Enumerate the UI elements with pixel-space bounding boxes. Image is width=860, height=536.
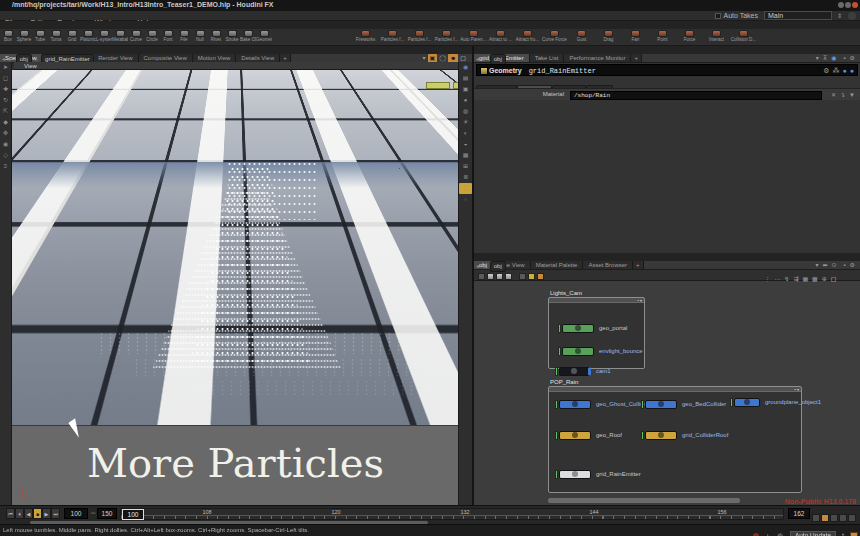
gear-icon[interactable]: ⚙ (823, 65, 829, 76)
tool-tube[interactable]: Tube (32, 29, 48, 45)
tab-asset-browser[interactable]: Asset Browser (583, 261, 633, 269)
tab-take-list[interactable]: Take List (530, 54, 565, 62)
tab-motion-view[interactable]: Motion View (193, 54, 237, 62)
tool-sphere[interactable]: Sphere (16, 29, 32, 45)
range-end-field[interactable]: 150 (97, 508, 117, 519)
history-back-icon[interactable]: ⬅ (820, 261, 829, 270)
display-flag[interactable] (558, 347, 561, 356)
display-points-icon[interactable]: ∴ (459, 183, 472, 194)
node-envlight-bounce[interactable]: envlight_bounce (558, 346, 643, 356)
pose-tool-icon[interactable]: ◆ (0, 117, 11, 128)
play-button[interactable]: ▶ (42, 508, 51, 519)
node-body[interactable] (562, 324, 594, 333)
footprint-icon[interactable]: ⁂ (833, 65, 840, 76)
realtime-toggle-icon[interactable] (821, 514, 829, 522)
tool-particles-from-volume[interactable]: Particles f... (406, 29, 433, 45)
node-geo-bedcollider[interactable]: geo_BedCollider (641, 399, 726, 409)
pane-menu-icon[interactable]: ⚙ (848, 54, 857, 61)
net-new-tab-icon[interactable] (487, 273, 494, 280)
tool-box[interactable]: Box (0, 29, 16, 45)
select-tool-icon[interactable]: ◻ (0, 73, 11, 84)
scale-tool-icon[interactable]: ⇱ (0, 106, 11, 117)
tool-attract-to[interactable]: Attract to ... (487, 29, 514, 45)
find-node-icon[interactable]: ⊙ (829, 261, 838, 270)
close-button[interactable] (852, 2, 858, 8)
display-particles-icon[interactable]: ⁘ (459, 194, 472, 205)
net-split-icon[interactable] (496, 273, 503, 280)
op-jump-icon[interactable]: ↴ (838, 90, 847, 101)
netbox-collapse-icon[interactable]: ▪ ▾ (794, 387, 799, 392)
display-flag[interactable] (641, 431, 644, 440)
tool-rivet[interactable]: Rivet (208, 29, 224, 45)
tool-circle[interactable]: Circle (144, 29, 160, 45)
netbox-header[interactable]: ▪ ▾ (549, 387, 801, 392)
tool-fan[interactable]: Fan (622, 29, 649, 45)
tool-null[interactable]: Null (192, 29, 208, 45)
group-list-icon[interactable]: ≣ (459, 172, 472, 183)
tab-material-palette[interactable]: Material Palette (531, 261, 584, 269)
node-body[interactable] (559, 367, 591, 376)
pane-menu-icon[interactable]: ⚙ (848, 261, 857, 268)
tool-torus[interactable]: Torus (48, 29, 64, 45)
tool-interact[interactable]: Interact (703, 29, 730, 45)
history-tool-icon[interactable]: ≡ (0, 161, 11, 172)
display-flag[interactable] (555, 400, 558, 409)
tool-fireworks[interactable]: Fireworks (352, 29, 379, 45)
tool-particles-from-surface[interactable]: Particles f... (433, 29, 460, 45)
playhead[interactable]: 100 (122, 509, 144, 520)
netbox-collapse-icon[interactable]: ▪ ▾ (637, 298, 642, 303)
tool-file[interactable]: File (176, 29, 192, 45)
camera-lock-icon[interactable]: ▣ (459, 84, 472, 95)
grid-toggle-icon[interactable]: ⊞ (459, 161, 472, 172)
display-flag[interactable] (555, 470, 558, 479)
material-display-icon[interactable]: ◒ (459, 139, 472, 150)
auto-update-spinner-icon[interactable]: ⇕ (841, 532, 846, 536)
param-dropdown-icon[interactable]: ▾ (814, 54, 821, 63)
auto-takes-toggle[interactable]: Auto Takes (715, 12, 758, 19)
net-snapshot-icon[interactable] (519, 273, 526, 280)
display-options-icon[interactable]: ▦ (459, 150, 472, 161)
display-flag[interactable] (641, 400, 644, 409)
display-flag[interactable] (558, 324, 561, 333)
display-flag[interactable] (555, 431, 558, 440)
stop-button[interactable]: ■ (33, 508, 42, 519)
timeline-ruler[interactable]: 108 120 132 144 156 100 (120, 508, 784, 520)
handles-tool-icon[interactable]: ✥ (0, 128, 11, 139)
tool-collision-detect[interactable]: Collision D... (730, 29, 757, 45)
node-body[interactable] (559, 431, 591, 440)
take-selector[interactable]: Main (764, 11, 832, 20)
tab-composite-view[interactable]: Composite View (139, 54, 193, 62)
node-geo-ghost-collision[interactable]: geo_Ghost_Collision (555, 399, 651, 409)
path-dropdown-icon[interactable]: ▾ (813, 261, 820, 270)
tool-font[interactable]: Font (160, 29, 176, 45)
help-icon[interactable]: ● (850, 65, 854, 76)
minimize-button[interactable] (838, 2, 844, 8)
tool-geometry[interactable]: Geometry (256, 29, 272, 45)
material-path-input[interactable]: /shop/Rain (570, 91, 822, 100)
link-icon[interactable]: ◉ (829, 54, 838, 63)
jump-start-button[interactable]: ⏮ (6, 508, 15, 519)
path-back-icon[interactable]: ◂ (474, 55, 481, 64)
node-body[interactable] (562, 347, 594, 356)
tool-force[interactable]: Force (676, 29, 703, 45)
net-color-icon[interactable] (537, 273, 544, 280)
node-groundplane-object1[interactable]: groundplane_object1 (730, 397, 821, 407)
range-start-field[interactable]: 100 (64, 508, 88, 519)
take-spinner-icon[interactable]: ⇕ (837, 12, 842, 19)
add-tab-icon[interactable]: + (280, 54, 291, 62)
lighting-icon[interactable]: ☀ (459, 117, 472, 128)
audio-icon[interactable]: ♪ (763, 532, 771, 536)
flipbook-icon[interactable] (812, 514, 820, 522)
global-end-field[interactable]: 162 (788, 508, 810, 519)
tool-drag[interactable]: Drag (595, 29, 622, 45)
net-layout-icon[interactable] (505, 273, 512, 280)
rotate-tool-icon[interactable]: ↻ (0, 95, 11, 106)
display-flag[interactable] (730, 398, 733, 407)
viewport-3d-canvas[interactable]: More Particles (12, 70, 459, 505)
cook-mode-icon[interactable] (850, 532, 858, 536)
node-chooser-icon[interactable]: ▼ (847, 90, 857, 101)
add-tab-icon[interactable]: + (633, 261, 644, 269)
view-tool-icon[interactable]: ➤ (0, 62, 11, 73)
pin-icon[interactable]: ⊼ (821, 54, 829, 63)
tool-bakeode[interactable]: Bake ODE (240, 29, 256, 45)
